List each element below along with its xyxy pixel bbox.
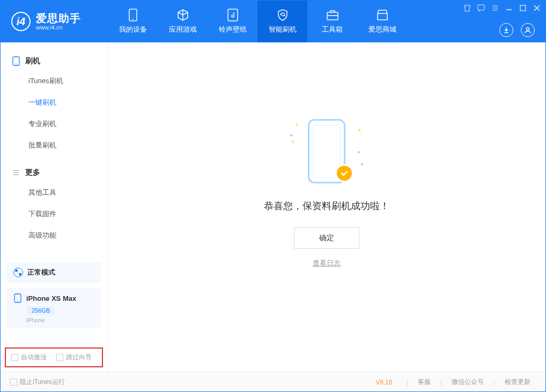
device-phone-icon: [13, 293, 22, 303]
checkbox-box: [10, 379, 17, 386]
svg-point-6: [527, 28, 529, 31]
sidebar-item-oneclick-flash[interactable]: 一键刷机: [1, 92, 107, 113]
success-illustration: ✦✦ ✦✦: [289, 114, 364, 189]
tshirt-icon[interactable]: [463, 4, 471, 12]
sidebar-section-more: 更多: [1, 164, 107, 182]
tab-toolbox[interactable]: 工具箱: [307, 1, 357, 42]
version-label: V8.16: [375, 379, 392, 386]
mode-label: 正常模式: [27, 268, 55, 277]
window-controls: [463, 4, 541, 12]
logo-icon: i4: [11, 12, 31, 31]
checkbox-box: [56, 354, 63, 361]
device-name: iPhone XS Max: [26, 294, 76, 302]
tab-smart-flash[interactable]: 智能刷机: [257, 1, 307, 42]
svg-rect-3: [327, 12, 338, 20]
checkbox-skip-guide[interactable]: 跳过向导: [56, 353, 92, 362]
checkbox-block-itunes[interactable]: 阻止iTunes运行: [10, 378, 65, 387]
view-log-link[interactable]: 查看日志: [313, 258, 341, 268]
main-tabs: 我的设备 应用游戏 铃声壁纸 智能刷机 工具箱 爱思商城: [108, 1, 407, 42]
device-storage-badge: 256GB: [26, 306, 55, 315]
cube-icon: [176, 9, 189, 21]
footer-link-update[interactable]: 检查更新: [499, 378, 536, 387]
main-content: ✦✦ ✦✦ 恭喜您，保资料刷机成功啦！ 确定 查看日志: [108, 42, 545, 372]
logo-area: i4 爱思助手 www.i4.cn: [1, 12, 108, 31]
feedback-icon[interactable]: [477, 4, 485, 12]
sidebar-item-pro-flash[interactable]: 专业刷机: [1, 113, 107, 135]
checkbox-row-highlighted: 自动激活 跳过向导: [5, 347, 103, 367]
mode-icon: [13, 268, 23, 277]
tab-store[interactable]: 爱思商城: [357, 1, 407, 42]
header: i4 爱思助手 www.i4.cn 我的设备 应用游戏 铃声壁纸 智能刷机 工具…: [1, 1, 545, 42]
download-button[interactable]: [499, 23, 513, 37]
ok-button[interactable]: 确定: [294, 227, 359, 249]
tab-ringtone-wallpaper[interactable]: 铃声壁纸: [208, 1, 257, 42]
sidebar-item-batch-flash[interactable]: 批量刷机: [1, 135, 107, 156]
sidebar: 刷机 iTunes刷机 一键刷机 专业刷机 批量刷机 更多 其他工具 下载固件 …: [1, 42, 108, 372]
user-button[interactable]: [521, 23, 535, 37]
music-file-icon: [227, 9, 238, 21]
sidebar-item-itunes-flash[interactable]: iTunes刷机: [1, 70, 107, 92]
mode-card[interactable]: 正常模式: [7, 262, 101, 283]
tab-app-games[interactable]: 应用游戏: [158, 1, 208, 42]
sidebar-item-other-tools[interactable]: 其他工具: [1, 182, 107, 203]
sidebar-item-download-firmware[interactable]: 下载固件: [1, 203, 107, 225]
list-icon: [12, 169, 20, 176]
minimize-icon[interactable]: [505, 4, 513, 12]
svg-rect-4: [478, 5, 484, 10]
svg-point-1: [132, 19, 134, 20]
checkbox-box: [11, 354, 18, 361]
tab-my-device[interactable]: 我的设备: [108, 1, 158, 42]
phone-icon: [12, 56, 20, 66]
device-card[interactable]: iPhone XS Max 256GB iPhone: [7, 288, 101, 329]
device-icon: [129, 9, 137, 21]
footer-link-support[interactable]: 客服: [412, 378, 436, 387]
svg-point-8: [16, 64, 17, 65]
close-icon[interactable]: [533, 4, 541, 12]
check-badge-icon: [335, 164, 353, 182]
device-type: iPhone: [26, 317, 94, 323]
sidebar-item-advanced[interactable]: 高级功能: [1, 225, 107, 246]
maximize-icon[interactable]: [519, 4, 527, 12]
footer-link-wechat[interactable]: 微信公众号: [446, 378, 489, 387]
menu-icon[interactable]: [491, 4, 499, 12]
store-icon: [376, 9, 389, 21]
toolbox-icon: [326, 9, 339, 21]
sidebar-section-flash: 刷机: [1, 52, 107, 70]
svg-rect-5: [520, 5, 526, 11]
app-url: www.i4.cn: [36, 24, 81, 31]
success-message: 恭喜您，保资料刷机成功啦！: [264, 199, 389, 212]
shield-refresh-icon: [276, 9, 289, 21]
svg-point-10: [17, 301, 18, 302]
footer: 阻止iTunes运行 V8.16 | 客服 | 微信公众号 | 检查更新: [1, 372, 545, 392]
checkbox-auto-activate[interactable]: 自动激活: [11, 353, 47, 362]
app-title: 爱思助手: [36, 12, 81, 24]
